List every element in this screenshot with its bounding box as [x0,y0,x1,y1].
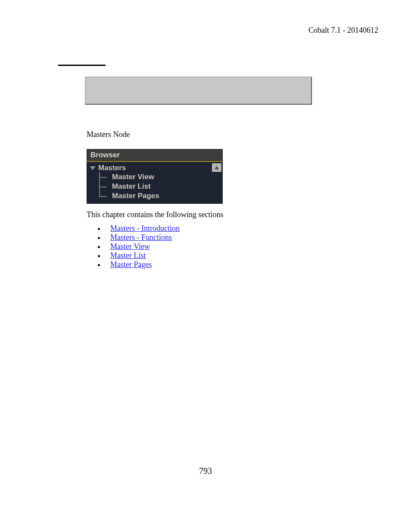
list-item: Master List [105,251,180,260]
placeholder-box [85,77,312,105]
tree-node[interactable]: Master List [95,182,222,191]
link-master-pages[interactable]: Master Pages [110,260,152,269]
browser-body: Masters Master View Master List Master P… [87,162,223,204]
tree-root: Masters Master View Master List Master P… [87,164,222,201]
chevron-up-icon [214,165,219,170]
svg-marker-0 [215,166,219,169]
link-master-list[interactable]: Master List [110,251,146,260]
document-header: Cobalt 7.1 - 20140612 [308,26,378,35]
tree-node[interactable]: Master View [95,172,222,182]
tree-node[interactable]: Master Pages [95,191,222,201]
tree-node-masters[interactable]: Masters [87,164,222,172]
tree-children: Master View Master List Master Pages [95,172,222,201]
browser-panel: Browser Masters Master View Master List … [87,149,223,204]
sections-intro-text: This chapter contains the following sect… [87,210,223,219]
sections-list: Masters - Introduction Masters - Functio… [96,224,180,269]
divider-line [58,65,106,66]
tree-root-label: Masters [98,164,126,172]
scroll-up-button[interactable] [212,163,221,172]
page-number: 793 [0,466,411,476]
list-item: Master Pages [105,260,180,269]
figure-caption: Masters Node [87,130,130,139]
expand-triangle-icon [90,166,96,170]
list-item: Master View [105,242,180,251]
list-item: Masters - Introduction [105,224,180,233]
link-masters-introduction[interactable]: Masters - Introduction [110,224,180,233]
link-masters-functions[interactable]: Masters - Functions [110,233,172,242]
list-item: Masters - Functions [105,233,180,242]
link-master-view[interactable]: Master View [110,242,150,251]
browser-titlebar: Browser [87,149,223,162]
